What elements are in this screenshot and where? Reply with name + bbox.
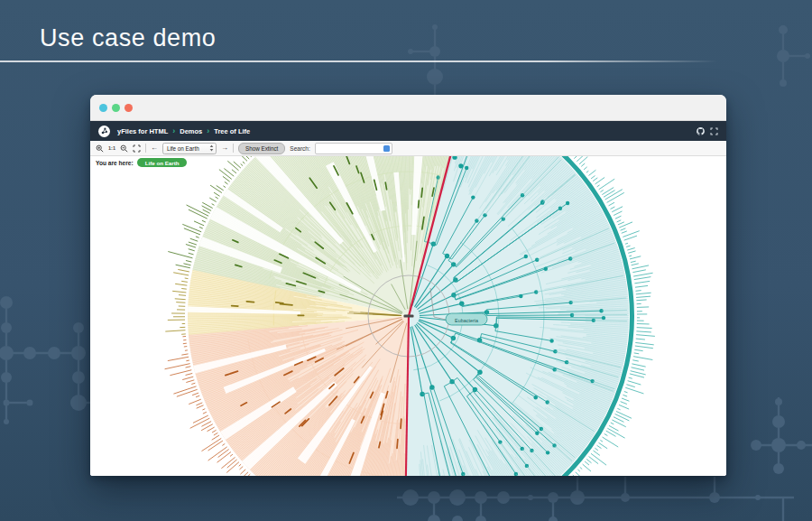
previous-node-button[interactable]: ←	[151, 144, 158, 152]
zoom-in-icon[interactable]	[96, 144, 104, 153]
you-are-here-label: You are here:	[96, 160, 134, 166]
root-node-select-value: Life on Earth	[167, 145, 207, 152]
you-are-here-row: You are here: Life on Earth	[96, 158, 187, 167]
navbar-brand[interactable]: yFiles for HTML	[117, 127, 168, 135]
breadcrumb-separator: ›	[207, 127, 209, 135]
tree-of-life-chart[interactable]: Eubacteria	[90, 156, 726, 476]
zoom-out-icon[interactable]	[120, 144, 128, 153]
window-zoom-button[interactable]	[125, 104, 133, 112]
tree-layers: Eubacteria	[165, 156, 655, 476]
browser-titlebar	[90, 95, 726, 121]
search-input[interactable]	[318, 144, 383, 153]
github-icon[interactable]	[696, 126, 706, 136]
breadcrumb-demos[interactable]: Demos	[180, 127, 202, 135]
search-label: Search:	[290, 145, 309, 152]
eubacteria-node-label[interactable]: Eubacteria	[446, 313, 487, 325]
root-node	[404, 314, 414, 317]
fullscreen-icon[interactable]	[710, 127, 718, 135]
window-minimize-button[interactable]	[112, 104, 120, 112]
graph-canvas-area: Eubacteria You are here: Life on Earth	[90, 156, 726, 476]
root-node-select[interactable]: Life on Earth	[162, 143, 217, 154]
yfiles-logo-icon[interactable]	[98, 126, 110, 137]
title-underline	[0, 60, 717, 62]
browser-window: yFiles for HTML › Demos › Tree of Life	[90, 95, 726, 476]
demo-toolbar: 1:1 ← Life on Earth → Show Exti	[90, 141, 726, 156]
search-submit-icon[interactable]	[383, 145, 390, 152]
zoom-original-icon[interactable]: 1:1	[108, 145, 115, 151]
breadcrumb-separator: ›	[172, 127, 175, 135]
search-field	[315, 143, 392, 154]
toolbar-divider	[233, 144, 234, 153]
breadcrumb-tree-of-life: Tree of Life	[214, 127, 250, 135]
show-extinct-button[interactable]: Show Extinct	[238, 143, 285, 154]
toolbar-divider	[145, 144, 146, 153]
life-badge: Life on Earth	[137, 158, 188, 167]
svg-text:Eubacteria: Eubacteria	[455, 318, 478, 323]
window-close-button[interactable]	[99, 104, 107, 112]
next-node-button[interactable]: →	[221, 144, 228, 152]
fit-content-icon[interactable]	[133, 144, 141, 153]
demo-navbar: yFiles for HTML › Demos › Tree of Life	[90, 121, 726, 141]
slide-background: Use case demo yFiles for HTML › Demos › …	[0, 0, 812, 521]
page-title: Use case demo	[40, 24, 216, 52]
select-stepper-icon	[209, 144, 214, 152]
